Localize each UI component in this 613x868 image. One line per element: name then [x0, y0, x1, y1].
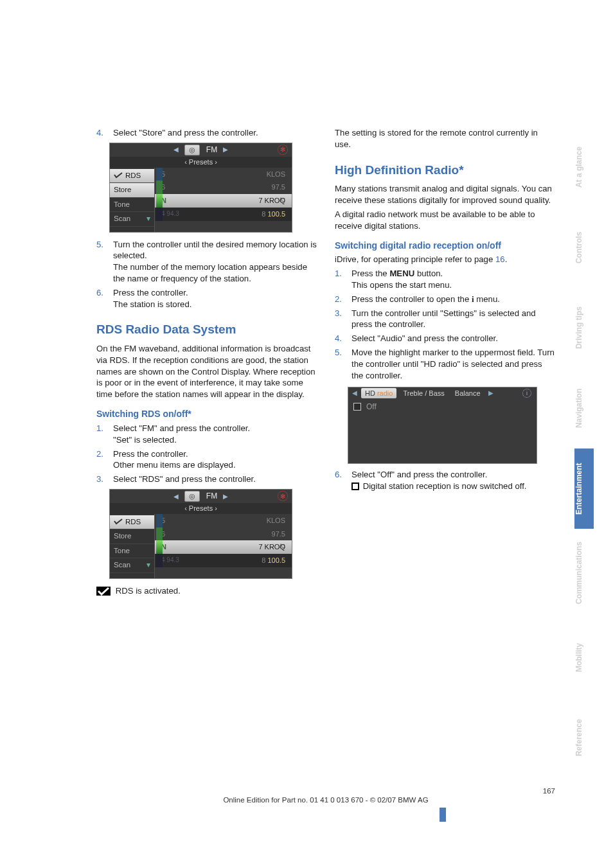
preset-name: KROQ	[265, 197, 285, 204]
gear-icon: ✻	[278, 145, 288, 155]
step-text: Press the controller.	[113, 449, 188, 459]
preset-name: KLOS	[267, 170, 285, 179]
tab-at-a-glance[interactable]: At a glance	[574, 127, 594, 208]
sidebar-label: RDS	[125, 171, 141, 181]
list-number: 1.	[335, 268, 345, 291]
tab-text: HD	[365, 389, 377, 397]
step-text: Other menu items are displayed.	[113, 460, 236, 470]
off-label: Off	[366, 402, 377, 412]
sidebar-item-rds: RDS	[110, 515, 154, 530]
footer-accent	[440, 808, 446, 822]
rds-check-icon	[114, 172, 123, 179]
step-text: The number of the memory location appear…	[113, 262, 307, 283]
preset-row: 5KLOS	[155, 514, 292, 527]
left-column: 4. Select "Store" and press the controll…	[96, 127, 317, 599]
hd-step-6: 6. Select "Off" and press the controller…	[335, 469, 555, 492]
step-4: 4. Select "Store" and press the controll…	[96, 127, 317, 139]
step-text: Select "FM" and press the controller.	[113, 423, 250, 433]
preset-row: 4 94.38 100.5	[155, 208, 292, 221]
tab-driving-tips[interactable]: Driving tips	[574, 288, 594, 368]
heading-rds-switch: Switching RDS on/off*	[96, 408, 317, 420]
preset-num: 7	[258, 197, 262, 204]
fm-label: FM	[206, 145, 217, 155]
heading-hd-switch: Switching digital radio reception on/off	[335, 240, 555, 252]
preset-name: KLOS	[267, 516, 285, 526]
sidebar-item-scan: Scan ▾	[110, 212, 154, 227]
preset-row-selected: N/C7 KROQ	[155, 540, 292, 554]
page-footer: 167 Online Edition for Part no. 01 41 0 …	[96, 787, 555, 804]
chevron-down-icon: ▾	[147, 560, 150, 571]
rds-activated-text: RDS is activated.	[116, 586, 181, 596]
tab-communications[interactable]: Communications	[574, 529, 594, 617]
list-number: 6.	[96, 287, 107, 310]
rds-activated-line: RDS is activated.	[96, 585, 317, 597]
left-arrow-icon: ◀	[172, 145, 181, 154]
page-number: 167	[96, 787, 555, 795]
hd-off-row: Off	[353, 402, 531, 412]
chevron-down-icon: ▾	[147, 214, 150, 224]
sidebar-label: RDS	[125, 517, 141, 527]
text: Move the highlight marker to the uppermo…	[351, 347, 555, 381]
tab-text-accent: radio	[377, 389, 393, 397]
band-icon: ◎	[189, 492, 195, 501]
checkbox-icon	[351, 483, 359, 490]
hd-step-3: 3. Turn the controller until "Settings" …	[335, 308, 555, 331]
band-chip: ◎	[184, 491, 200, 502]
list-number: 2.	[96, 448, 107, 472]
tab-balance: Balance	[451, 388, 484, 399]
tab-entertainment[interactable]: Entertainment	[574, 448, 594, 529]
step-text: The station is stored.	[113, 299, 191, 309]
screenshot-rds: ◀ ◎ FM ▶ ✻ ‹ Presets › RDS Store Tone	[109, 489, 292, 579]
page-link[interactable]: 16	[495, 254, 505, 264]
tab-controls[interactable]: Controls	[574, 208, 594, 288]
preset-name: KROQ	[265, 543, 285, 551]
right-arrow-icon: ▶	[221, 145, 230, 154]
tab-mobility[interactable]: Mobility	[574, 617, 594, 698]
paragraph: Many stations transmit analog and digita…	[335, 183, 555, 206]
tab-reference[interactable]: Reference	[574, 698, 594, 778]
text: This opens the start menu.	[351, 280, 452, 290]
list-number: 5.	[96, 239, 107, 285]
screenshot-hd-settings: ◀ HD radio Treble / Bass Balance ▶ i Off	[348, 387, 537, 465]
preset-num: 8	[262, 210, 265, 218]
footer-copyright: Online Edition for Part no. 01 41 0 013 …	[96, 796, 555, 804]
text: Press the controller to open the	[351, 294, 472, 304]
text: Select "Audio" and press the controller.	[351, 333, 555, 344]
presets-label: ‹ Presets ›	[110, 157, 292, 168]
step-text: Select "Store" and press the controller.	[113, 127, 317, 139]
list-number: 5.	[335, 347, 345, 381]
left-arrow-icon: ◀	[172, 492, 181, 501]
rds-step-1: 1. Select "FM" and press the controller.…	[96, 423, 317, 446]
step-6: 6. Press the controller. The station is …	[96, 287, 317, 310]
band-icon: ◎	[189, 145, 195, 155]
fm-label: FM	[206, 491, 217, 501]
rds-step-3: 3. Select "RDS" and press the controller…	[96, 474, 317, 485]
list-number: 4.	[335, 333, 345, 344]
list-number: 6.	[335, 469, 345, 492]
preset-num: 8	[262, 556, 265, 564]
list-number: 3.	[96, 474, 107, 485]
sidebar-item-scan: Scan ▾	[110, 558, 154, 573]
tab-navigation[interactable]: Navigation	[574, 368, 594, 448]
preset-row: 697.5	[155, 181, 292, 194]
hd-step-5: 5. Move the highlight marker to the uppe…	[335, 347, 555, 381]
text: button.	[414, 269, 443, 278]
step-text: Press the controller.	[113, 288, 188, 297]
heading-hd-radio: High Definition Radio*	[335, 162, 555, 179]
preset-row: 5KLOS	[155, 168, 292, 181]
text: menu.	[474, 294, 500, 304]
right-arrow-icon: ▶	[487, 389, 495, 398]
step-text: "Set" is selected.	[113, 435, 177, 445]
text: .	[505, 254, 508, 264]
step-text: Select "RDS" and press the controller.	[113, 474, 256, 484]
list-number: 3.	[335, 308, 345, 331]
hd-step-2: 2. Press the controller to open the i me…	[335, 294, 555, 305]
sidebar-item-rds: RDS	[110, 169, 154, 184]
presets-label: ‹ Presets ›	[110, 503, 292, 514]
rds-activated-icon	[96, 587, 111, 596]
hd-step-1: 1. Press the MENU button. This opens the…	[335, 268, 555, 291]
idrive-ref: iDrive, for operating principle refer to…	[335, 254, 555, 265]
hd-step-4: 4. Select "Audio" and press the controll…	[335, 333, 555, 344]
sidebar-label: Scan	[114, 214, 130, 224]
tab-hd-radio: HD radio	[361, 388, 396, 399]
